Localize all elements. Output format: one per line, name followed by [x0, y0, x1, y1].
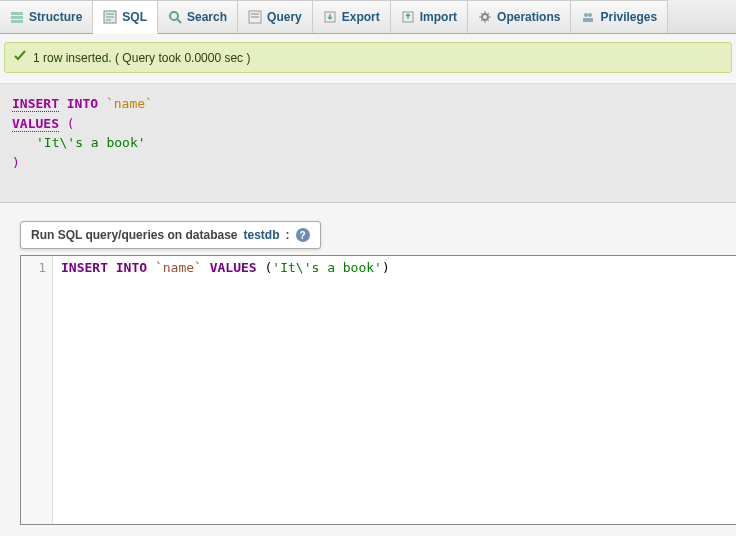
svg-point-4: [170, 12, 178, 20]
tab-label: Search: [187, 10, 227, 24]
svg-rect-7: [251, 13, 259, 15]
tab-query[interactable]: Query: [238, 0, 313, 33]
tab-operations[interactable]: Operations: [468, 0, 571, 33]
structure-icon: [10, 10, 24, 24]
tok-string: 'It\'s a book': [272, 260, 382, 275]
query-icon: [248, 10, 262, 24]
top-tabs: Structure SQL Search Query Export Import…: [0, 0, 736, 34]
svg-point-13: [588, 13, 592, 17]
tok-table: `name`: [155, 260, 202, 275]
tab-label: SQL: [122, 10, 147, 24]
success-text: 1 row inserted. ( Query took 0.0000 sec …: [33, 51, 250, 65]
tab-label: Privileges: [600, 10, 657, 24]
tab-structure[interactable]: Structure: [0, 0, 93, 33]
tok-insert-into: INSERT INTO: [61, 260, 147, 275]
sql-table-name: `name`: [106, 96, 153, 111]
line-number: 1: [21, 260, 46, 275]
executed-query-box: INSERT INTO `name` VALUES ( 'It\'s a boo…: [0, 83, 736, 203]
svg-line-5: [177, 19, 181, 23]
sql-keyword-into: INTO: [67, 96, 98, 111]
run-sql-header: Run SQL query/queries on database testdb…: [20, 221, 321, 249]
export-icon: [323, 10, 337, 24]
tok-close: ): [382, 260, 390, 275]
sql-string-value: 'It\'s a book': [36, 135, 146, 150]
tab-label: Import: [420, 10, 457, 24]
database-name: testdb: [244, 228, 280, 242]
sql-close-paren: ): [12, 155, 20, 170]
tab-label: Operations: [497, 10, 560, 24]
svg-rect-8: [251, 16, 259, 18]
tab-search[interactable]: Search: [158, 0, 238, 33]
help-icon[interactable]: ?: [296, 228, 310, 242]
editor-code-area[interactable]: INSERT INTO `name` VALUES ('It\'s a book…: [53, 256, 736, 524]
privileges-icon: [581, 10, 595, 24]
sql-editor[interactable]: 1 INSERT INTO `name` VALUES ('It\'s a bo…: [20, 255, 736, 525]
tab-sql[interactable]: SQL: [93, 0, 158, 34]
tab-label: Structure: [29, 10, 82, 24]
svg-rect-0: [11, 12, 23, 15]
svg-point-12: [584, 13, 588, 17]
tab-label: Export: [342, 10, 380, 24]
run-header-prefix: Run SQL query/queries on database: [31, 228, 238, 242]
import-icon: [401, 10, 415, 24]
sql-keyword-values: VALUES: [12, 116, 59, 132]
sql-open-paren: (: [67, 116, 75, 131]
svg-rect-14: [583, 18, 593, 22]
svg-point-11: [482, 14, 488, 20]
sql-icon: [103, 10, 117, 24]
svg-rect-2: [11, 20, 23, 23]
search-icon: [168, 10, 182, 24]
run-sql-panel: Run SQL query/queries on database testdb…: [20, 221, 736, 255]
operations-icon: [478, 10, 492, 24]
editor-gutter: 1: [21, 256, 53, 524]
sql-keyword-insert: INSERT: [12, 96, 59, 112]
tab-privileges[interactable]: Privileges: [571, 0, 668, 33]
tab-export[interactable]: Export: [313, 0, 391, 33]
tab-label: Query: [267, 10, 302, 24]
success-check-icon: [13, 49, 27, 66]
svg-rect-1: [11, 16, 23, 19]
run-header-colon: :: [286, 228, 290, 242]
success-message: 1 row inserted. ( Query took 0.0000 sec …: [4, 42, 732, 73]
tok-values: VALUES: [210, 260, 257, 275]
tab-import[interactable]: Import: [391, 0, 468, 33]
